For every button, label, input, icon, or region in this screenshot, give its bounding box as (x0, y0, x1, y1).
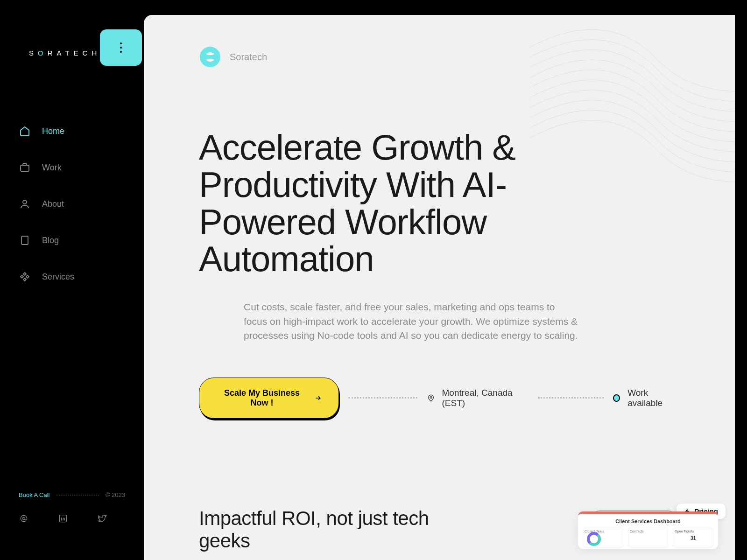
divider-dots (348, 397, 417, 399)
svg-point-6 (430, 396, 432, 398)
sidebar-item-blog[interactable]: Blog (19, 222, 144, 259)
sidebar-item-services[interactable]: Services (19, 259, 144, 295)
cta-row: Scale My Business Now ! Montreal, Canada… (199, 378, 680, 419)
brand-logo-icon (199, 46, 221, 68)
book-call-link[interactable]: Book A Call (19, 491, 50, 498)
nav-label: Work (42, 163, 62, 173)
sidebar-nav: Home Work About Blog Services (19, 113, 144, 295)
linkedin-icon[interactable] (58, 513, 68, 524)
nav-label: About (42, 199, 64, 209)
nav-label: Home (42, 126, 64, 136)
dashboard-card: Open Tickets 31 (673, 528, 713, 547)
sidebar-item-work[interactable]: Work (19, 149, 144, 186)
divider-dots (538, 397, 604, 399)
dashboard-card: Closed Deals (583, 528, 623, 547)
sidebar-item-about[interactable]: About (19, 186, 144, 222)
section-title: Impactful ROI, not just tech geeks (199, 507, 460, 552)
home-icon (19, 125, 31, 137)
svg-point-3 (23, 518, 25, 520)
divider-dots (56, 495, 99, 496)
user-icon (19, 198, 31, 210)
menu-toggle-button[interactable] (100, 29, 142, 66)
grid-icon (19, 271, 31, 283)
hero-title: Accelerate Growth & Productivity With AI… (199, 129, 535, 278)
location-text: Montreal, Canada (EST) (442, 388, 529, 408)
brand-header: Soratech (199, 46, 680, 68)
status-dot-icon (613, 394, 620, 402)
svg-point-5 (200, 47, 220, 67)
sidebar-item-home[interactable]: Home (19, 113, 144, 149)
svg-point-1 (23, 200, 27, 204)
document-icon (19, 234, 31, 246)
dashboard-card: Contracts (628, 528, 669, 547)
email-icon[interactable] (19, 513, 29, 524)
donut-chart-icon (587, 532, 601, 546)
location-indicator: Montreal, Canada (EST) (427, 388, 529, 408)
sidebar: SORATECH Home Work About Blog (0, 0, 144, 560)
arrow-right-icon (314, 394, 322, 402)
copyright-text: © 2023 (106, 491, 125, 498)
dashboard-title: Client Services Dashboard (583, 518, 713, 524)
hero-subtitle: Cut costs, scale faster, and free your s… (244, 300, 580, 343)
nav-label: Services (42, 272, 74, 282)
sidebar-footer: Book A Call © 2023 (19, 491, 125, 524)
availability-text: Work available (627, 388, 680, 408)
scale-business-button[interactable]: Scale My Business Now ! (199, 378, 339, 419)
nav-label: Blog (42, 236, 59, 245)
availability-indicator: Work available (613, 388, 680, 408)
location-pin-icon (427, 393, 435, 403)
briefcase-icon (19, 161, 31, 174)
svg-rect-2 (21, 236, 28, 245)
dashboard-preview: Client Services Dashboard Closed Deals C… (578, 511, 718, 549)
svg-rect-0 (21, 165, 29, 171)
twitter-icon[interactable] (97, 513, 107, 524)
cta-label: Scale My Business Now ! (216, 388, 308, 408)
main-content: Soratech Accelerate Growth & Productivit… (144, 15, 735, 560)
brand-name: Soratech (230, 52, 267, 63)
